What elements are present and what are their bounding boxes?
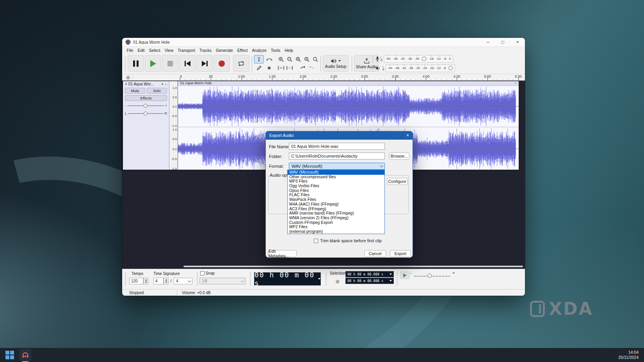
clip-menu-dots-icon[interactable]: ··· <box>514 81 516 85</box>
audio-setup-button[interactable]: Audio Setup <box>323 55 349 72</box>
envelope-tool-button[interactable] <box>264 55 274 64</box>
taskbar-audacity-icon[interactable] <box>20 349 31 361</box>
timeline-options-button[interactable] <box>123 75 133 80</box>
gain-slider[interactable] <box>127 105 164 106</box>
file-name-input[interactable]: 01 Aqua Worm Hole.wav <box>289 143 385 150</box>
tempo-input[interactable]: 120 <box>129 278 143 284</box>
play-button[interactable] <box>145 55 161 72</box>
meter-slider-thumb[interactable] <box>448 66 453 70</box>
effects-button[interactable]: Effects <box>125 95 167 101</box>
export-button[interactable]: Export <box>390 250 411 257</box>
waveform-left-channel[interactable] <box>178 86 519 127</box>
menu-view[interactable]: View <box>162 48 176 53</box>
menu-help[interactable]: Help <box>283 48 295 53</box>
record-meter[interactable]: LR -54-48-42-36-30-18-12-60 <box>372 54 453 63</box>
pan-slider-thumb[interactable] <box>144 112 148 115</box>
time-signature-spinner[interactable] <box>164 278 169 284</box>
menu-generate[interactable]: Generate <box>213 48 235 53</box>
silence-audio-button[interactable] <box>285 64 294 72</box>
multi-tool-button[interactable]: ∗ <box>264 64 274 72</box>
stop-button[interactable] <box>162 55 178 72</box>
format-option[interactable]: M4A (AAC) Files (FFmpeg) <box>288 202 384 207</box>
zoom-toggle-button[interactable] <box>311 55 319 64</box>
toolbar-grip[interactable] <box>320 56 322 71</box>
timeline-ruler[interactable]: 0301:001:302:002:303:003:304:004:305:005… <box>122 74 525 81</box>
record-meter-scale[interactable]: -54-48-42-36-30-18-12-60 <box>384 55 453 63</box>
folder-input[interactable]: C:\Users\Rob\Documents\Audacity <box>289 153 385 160</box>
collapse-chevron-icon[interactable]: ∧ <box>161 82 164 86</box>
toolbar-grip[interactable] <box>249 272 252 286</box>
menu-select[interactable]: Select <box>147 48 162 53</box>
time-signature-upper-input[interactable]: 4 <box>153 278 164 284</box>
slider-thumb[interactable] <box>427 273 432 278</box>
toolbar-grip[interactable] <box>396 272 398 286</box>
selection-settings-gear-icon[interactable] <box>335 279 340 286</box>
toolbar-grip[interactable] <box>372 55 374 62</box>
gain-slider-thumb[interactable] <box>144 104 148 108</box>
trim-checkbox-row[interactable]: Trim blank space before first clip <box>314 238 382 243</box>
menu-edit[interactable]: Edit <box>135 48 147 53</box>
format-option[interactable]: Ogg Vorbis Files <box>288 184 384 188</box>
dialog-title-bar[interactable]: Export Audio × <box>265 131 413 140</box>
skip-end-button[interactable] <box>196 55 213 72</box>
taskbar-clock[interactable]: 14:04 25/11/2024 <box>618 350 639 360</box>
time-signature-lower-select[interactable]: 4 <box>174 278 192 284</box>
menu-transport[interactable]: Transport <box>176 48 197 53</box>
play-speed-slider[interactable]: - + <box>413 273 452 279</box>
trim-audio-button[interactable] <box>277 64 285 72</box>
track-menu-dots-icon[interactable]: ··· <box>165 82 167 86</box>
menu-tools[interactable]: Tools <box>269 48 283 53</box>
horizontal-scrollbar[interactable] <box>183 266 523 267</box>
mute-button[interactable]: Mute <box>125 88 145 94</box>
record-button[interactable] <box>213 55 230 72</box>
playback-meter[interactable]: LR -54-48-42-36-30-24-18-12-6 <box>372 64 455 73</box>
toolbar-grip[interactable] <box>125 272 127 286</box>
draw-tool-button[interactable] <box>254 64 264 72</box>
loop-button[interactable] <box>233 55 249 72</box>
dialog-close-button[interactable]: × <box>406 133 409 138</box>
menu-effect[interactable]: Effect <box>235 48 250 53</box>
zoom-in-button[interactable] <box>277 55 285 64</box>
format-option[interactable]: WAV (Microsoft) <box>288 170 384 175</box>
cancel-button[interactable]: Cancel <box>364 250 386 257</box>
format-option[interactable]: WMA (version 2) Files (FFmpeg) <box>288 216 384 220</box>
start-button[interactable] <box>4 349 16 361</box>
pan-slider[interactable] <box>128 113 163 114</box>
pause-button[interactable] <box>128 55 144 72</box>
title-bar[interactable]: 01 Aqua Worm Hole – □ × <box>122 38 525 47</box>
solo-button[interactable]: Solo <box>147 88 167 94</box>
timeline-scale[interactable]: 0301:001:302:002:303:003:304:004:305:005… <box>178 74 519 80</box>
selection-end-field[interactable]: 00 h 00 m 00.000 s <box>345 278 394 284</box>
track-name[interactable]: 01 Aqua Wor... <box>128 82 160 86</box>
zoom-out-button[interactable] <box>285 55 294 64</box>
toolbar-grip[interactable] <box>325 272 327 286</box>
minimize-button[interactable]: – <box>480 38 495 47</box>
selection-start-field[interactable]: 00 h 00 m 00.000 s <box>345 271 394 277</box>
toolbar-grip[interactable] <box>351 56 353 71</box>
skip-start-button[interactable] <box>179 55 196 72</box>
redo-button[interactable] <box>307 64 315 72</box>
snap-interval-select[interactable]: 1/8 <box>199 278 246 284</box>
maximize-button[interactable]: □ <box>495 38 510 47</box>
format-combobox[interactable]: WAV (Microsoft) <box>289 163 385 170</box>
toolbar-grip[interactable] <box>251 56 253 71</box>
close-button[interactable]: × <box>510 38 525 47</box>
browse-button[interactable]: Browse... <box>389 153 409 160</box>
edit-metadata-button[interactable]: Edit Metadata... <box>268 250 297 257</box>
toolbar-grip[interactable] <box>124 56 126 71</box>
meter-slider-thumb[interactable] <box>422 57 426 61</box>
toolbar-grip[interactable] <box>372 65 374 72</box>
menu-analyze[interactable]: Analyze <box>250 48 269 53</box>
snap-checkbox[interactable] <box>200 271 205 275</box>
menu-tracks[interactable]: Tracks <box>197 48 213 53</box>
menu-file[interactable]: File <box>125 48 135 53</box>
zoom-selection-button[interactable] <box>294 55 302 64</box>
zoom-fit-button[interactable] <box>302 55 311 64</box>
playback-meter-scale[interactable]: -54-48-42-36-30-24-18-12-6 <box>386 64 455 72</box>
snap-checkbox-row[interactable]: Snap <box>200 271 215 275</box>
toolbar-grip[interactable] <box>196 272 199 286</box>
format-option[interactable]: (external program) <box>288 229 384 234</box>
trim-checkbox[interactable] <box>314 239 318 243</box>
configure-button[interactable]: Configure <box>387 178 407 185</box>
tempo-spinner[interactable] <box>143 278 148 284</box>
